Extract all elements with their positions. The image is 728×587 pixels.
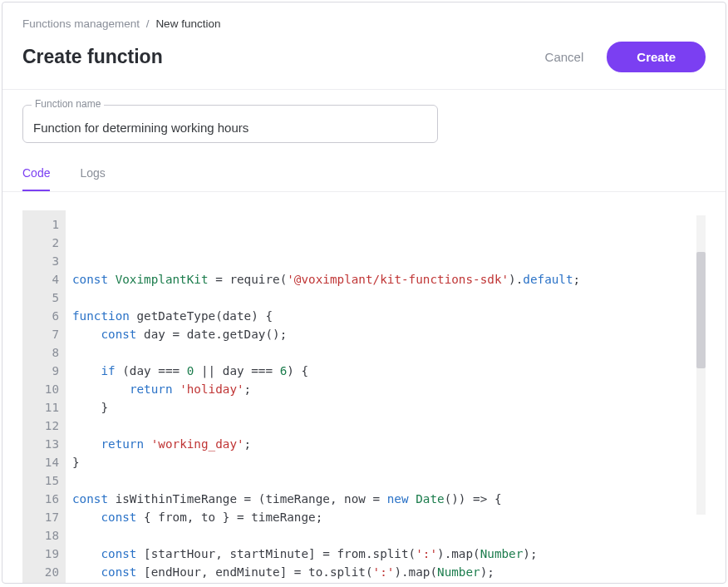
function-name-field-wrap: Function name: [22, 105, 438, 143]
page-title: Create function: [22, 46, 163, 68]
code-line[interactable]: [72, 581, 699, 583]
code-line[interactable]: }: [72, 398, 699, 417]
code-line[interactable]: const [startHour, startMinute] = from.sp…: [72, 545, 699, 563]
line-number: 5: [22, 289, 59, 307]
tab-logs[interactable]: Logs: [80, 166, 105, 191]
code-line[interactable]: return 'holiday';: [72, 380, 699, 398]
line-number: 12: [22, 417, 59, 435]
line-number: 17: [22, 508, 59, 526]
line-number: 11: [22, 398, 59, 417]
code-line[interactable]: [72, 526, 699, 545]
code-line[interactable]: [72, 471, 699, 490]
header-actions: Cancel Create: [537, 42, 706, 72]
line-number: 1: [22, 215, 59, 234]
code-line[interactable]: const VoximplantKit = require('@voximpla…: [72, 270, 699, 289]
code-line[interactable]: const isWithinTimeRange = (timeRange, no…: [72, 490, 699, 508]
line-number: 4: [22, 270, 59, 289]
line-number: 13: [22, 435, 59, 453]
tab-code[interactable]: Code: [22, 166, 50, 191]
tabs: Code Logs: [2, 150, 726, 192]
page-header: Create function Cancel Create: [2, 37, 726, 90]
line-number: 21: [22, 581, 59, 583]
create-button[interactable]: Create: [607, 42, 706, 72]
line-number: 15: [22, 471, 59, 490]
code-editor[interactable]: 123456789101112131415161718192021 const …: [22, 210, 706, 583]
form-section: Function name: [2, 90, 726, 150]
code-line[interactable]: if (day === 0 || day === 6) {: [72, 362, 699, 380]
code-line[interactable]: return 'working_day';: [72, 435, 699, 453]
breadcrumb-parent[interactable]: Functions management: [22, 17, 140, 30]
breadcrumb-separator: /: [143, 17, 153, 30]
line-number: 16: [22, 490, 59, 508]
line-number: 18: [22, 526, 59, 545]
line-number: 9: [22, 362, 59, 380]
code-line[interactable]: [72, 289, 699, 307]
line-number: 2: [22, 234, 59, 252]
code-line[interactable]: function getDateType(date) {: [72, 307, 699, 325]
editor-scrollbar-thumb[interactable]: [696, 252, 706, 368]
breadcrumb-current: New function: [155, 17, 220, 30]
line-number: 8: [22, 343, 59, 362]
line-number-gutter: 123456789101112131415161718192021: [22, 210, 66, 583]
line-number: 19: [22, 545, 59, 563]
line-number: 20: [22, 563, 59, 581]
cancel-button[interactable]: Cancel: [537, 43, 593, 71]
code-content[interactable]: const VoximplantKit = require('@voximpla…: [66, 210, 706, 583]
code-line[interactable]: [72, 343, 699, 362]
line-number: 6: [22, 307, 59, 325]
line-number: 14: [22, 453, 59, 471]
line-number: 3: [22, 252, 59, 270]
code-line[interactable]: [72, 417, 699, 435]
code-line[interactable]: const { from, to } = timeRange;: [72, 508, 699, 526]
code-line[interactable]: const day = date.getDay();: [72, 325, 699, 343]
code-line[interactable]: const [endHour, endMinute] = to.split(':…: [72, 563, 699, 581]
function-name-input[interactable]: [33, 121, 427, 135]
editor-scrollbar[interactable]: [696, 215, 706, 515]
function-name-label: Function name: [32, 98, 104, 110]
line-number: 10: [22, 380, 59, 398]
breadcrumb: Functions management / New function: [2, 2, 726, 37]
line-number: 7: [22, 325, 59, 343]
code-line[interactable]: }: [72, 453, 699, 471]
